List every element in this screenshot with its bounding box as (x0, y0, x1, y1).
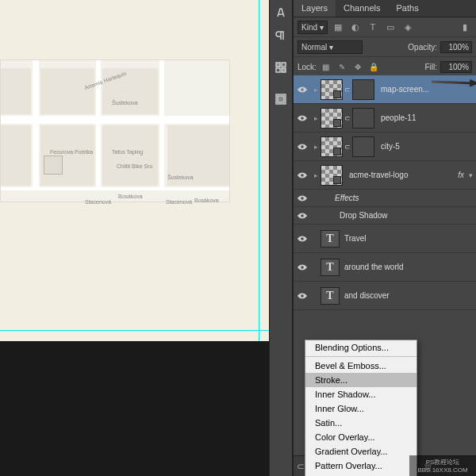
layer-row-city[interactable]: ▸ ⊂ city-5 (294, 132, 476, 161)
layer-row-people[interactable]: ▸ ⊂ people-11 (294, 104, 476, 132)
character-panel-icon[interactable] (271, 2, 291, 23)
layer-row-around[interactable]: T around the world (294, 253, 476, 282)
layer-thumbnail[interactable] (321, 79, 343, 100)
blend-mode-dropdown[interactable]: Normal ▾ (298, 40, 363, 54)
fill-input[interactable]: 100% (440, 61, 472, 73)
link-mask-icon[interactable]: ⊂ (344, 114, 352, 122)
mask-thumbnail[interactable] (352, 136, 374, 157)
map-label: Stacenová (85, 199, 111, 205)
filter-kind-dropdown[interactable]: Kind ▾ (298, 21, 328, 34)
layer-row-travel[interactable]: T Travel (294, 225, 476, 253)
filter-shape-icon[interactable]: ▭ (383, 20, 397, 34)
layer-thumbnail[interactable] (321, 165, 343, 186)
layer-name[interactable]: Travel (344, 234, 476, 243)
visibility-toggle[interactable] (294, 235, 311, 243)
visibility-toggle[interactable] (294, 292, 311, 300)
menu-color-overlay[interactable]: Color Overlay... (305, 430, 416, 444)
link-mask-icon[interactable]: ⊂ (344, 86, 352, 94)
visibility-toggle[interactable] (294, 171, 311, 179)
map-label: Chillit Bike Sro (117, 163, 153, 169)
lock-all-icon[interactable]: 🔒 (367, 60, 380, 73)
map-label: Bosákova (194, 198, 219, 203)
layer-filter-row: Kind ▾ ▦ ◐ T ▭ ◈ ▮ (294, 17, 476, 37)
effects-label: Effects (335, 194, 359, 202)
menu-bevel-emboss[interactable]: Bevel & Emboss... (305, 359, 416, 373)
menu-blending-options[interactable]: Blending Options... (305, 340, 416, 355)
visibility-toggle[interactable] (294, 194, 311, 202)
tab-paths[interactable]: Paths (389, 0, 427, 17)
layer-name[interactable]: map-screen... (381, 85, 476, 94)
layer-thumbnail[interactable] (321, 108, 343, 129)
mask-thumbnail[interactable] (352, 79, 374, 100)
link-mask-icon[interactable]: ⊂ (344, 143, 352, 151)
filter-pixel-icon[interactable]: ▦ (331, 20, 345, 34)
mask-thumbnail[interactable] (352, 108, 374, 129)
visibility-toggle[interactable] (294, 86, 311, 94)
effect-name: Drop Shadow (340, 211, 388, 220)
document-canvas[interactable]: Šustekova Fecurova Poistka Tafos Taping … (0, 0, 270, 341)
guide-horizontal[interactable] (0, 330, 270, 331)
guide-vertical[interactable] (259, 0, 259, 341)
fill-label: Fill: (424, 63, 437, 71)
map-label: Bosákova (118, 194, 143, 199)
menu-inner-glow[interactable]: Inner Glow... (305, 401, 416, 416)
text-layer-icon: T (321, 230, 340, 248)
map-label: Fecurova Poistka (50, 149, 93, 155)
tab-channels[interactable]: Channels (336, 0, 388, 17)
layer-name[interactable]: and discover (344, 291, 476, 300)
fx-expand-toggle[interactable]: ▾ (469, 171, 473, 179)
lock-label: Lock: (298, 63, 317, 71)
text-layer-icon: T (321, 259, 340, 276)
map-label: Stacenová (166, 199, 192, 205)
menu-gradient-overlay[interactable]: Gradient Overlay... (305, 444, 416, 459)
filter-adjustment-icon[interactable]: ◐ (348, 20, 363, 34)
layer-effects-header[interactable]: Effects (294, 190, 476, 207)
filter-type-icon[interactable]: T (366, 20, 380, 34)
swatches-panel-icon[interactable] (271, 57, 291, 78)
paragraph-panel-icon[interactable] (271, 25, 291, 46)
layer-row-discover[interactable]: T and discover (294, 282, 476, 310)
menu-stroke[interactable]: Stroke... (305, 373, 416, 387)
menu-separator (305, 356, 416, 357)
visibility-toggle[interactable] (294, 212, 311, 220)
menu-outer-glow[interactable]: Outer Glow... (305, 473, 416, 476)
visibility-toggle[interactable] (294, 114, 311, 122)
brush-panel-icon[interactable] (271, 89, 291, 109)
layer-row-map-screen[interactable]: ▸ ⊂ map-screen... (294, 75, 476, 104)
filter-toggle-switch[interactable]: ▮ (458, 20, 472, 34)
visibility-toggle[interactable] (294, 143, 311, 151)
menu-satin[interactable]: Satin... (305, 416, 416, 430)
menu-inner-shadow[interactable]: Inner Shadow... (305, 387, 416, 401)
svg-rect-5 (278, 96, 284, 102)
lock-row: Lock: ▦ ✎ ✥ 🔒 Fill: 100% (294, 57, 476, 77)
layer-style-context-menu: Blending Options... Bevel & Emboss... St… (305, 340, 417, 476)
watermark: PS教程论坛 BBS.16XX8.COM (409, 455, 476, 476)
filter-smart-icon[interactable]: ◈ (401, 20, 415, 34)
lock-pixels-icon[interactable]: ✎ (336, 60, 348, 73)
map-label: Šustekova (112, 100, 138, 106)
svg-rect-0 (276, 63, 280, 67)
layer-thumbnail[interactable] (321, 136, 343, 157)
text-layer-icon: T (321, 287, 340, 305)
lock-transparency-icon[interactable]: ▦ (320, 60, 332, 73)
layer-name[interactable]: acme-travel-logo (349, 171, 458, 179)
svg-rect-2 (276, 68, 280, 72)
collapsed-panels-strip (269, 0, 293, 476)
layer-row-logo[interactable]: ▸ acme-travel-logo fx ▾ (294, 161, 476, 190)
lock-position-icon[interactable]: ✥ (351, 60, 364, 73)
layer-name[interactable]: city-5 (381, 142, 476, 151)
canvas-outside-area (0, 341, 270, 476)
map-label: Tafos Taping (112, 149, 143, 155)
menu-pattern-overlay[interactable]: Pattern Overlay... (305, 459, 416, 473)
layer-name[interactable]: around the world (344, 263, 476, 271)
visibility-toggle[interactable] (294, 263, 311, 271)
svg-rect-3 (282, 68, 286, 72)
map-label: Šustekova (167, 175, 194, 180)
fx-indicator[interactable]: fx (458, 171, 464, 179)
layer-effect-drop-shadow[interactable]: Drop Shadow (294, 207, 476, 225)
tab-layers[interactable]: Layers (294, 0, 336, 17)
blend-mode-row: Normal ▾ Opacity: 100% (294, 37, 476, 57)
opacity-input[interactable]: 100% (440, 41, 472, 53)
svg-rect-1 (282, 63, 286, 67)
layer-name[interactable]: people-11 (381, 113, 476, 122)
